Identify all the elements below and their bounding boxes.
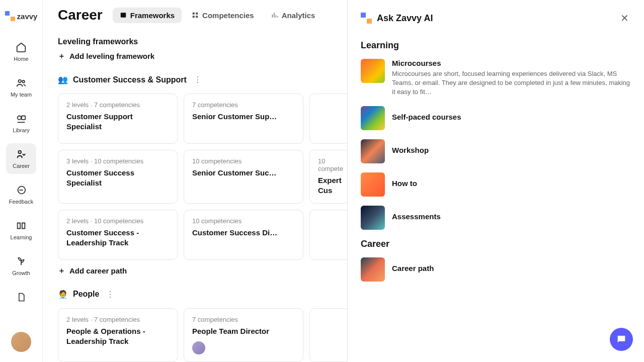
svg-rect-6 xyxy=(193,13,195,15)
svg-rect-7 xyxy=(196,13,198,15)
nav-myteam[interactable]: My team xyxy=(6,72,36,103)
tab-competencies[interactable]: Competencies xyxy=(185,8,261,23)
card-title: Senior Customer Sup… xyxy=(192,112,295,122)
path-card[interactable] xyxy=(309,94,350,144)
ai-suggestion-item[interactable]: How to xyxy=(361,172,631,197)
team-icon xyxy=(15,77,27,89)
tab-label: Frameworks xyxy=(130,11,175,20)
card-title: People & Operations - Leadership Track xyxy=(66,326,169,347)
ai-panel: Ask Zavvy AI ✕ Learning Microcourses Mic… xyxy=(347,0,644,362)
tab-analytics[interactable]: Analytics xyxy=(264,8,323,23)
ai-item-title: Career path xyxy=(392,264,631,273)
card-title: Expert Cus xyxy=(318,175,341,196)
path-card[interactable]: 3 levels · 10 competenciesCustomer Succe… xyxy=(58,150,178,204)
ai-suggestion-item[interactable]: Self-paced courses xyxy=(361,106,631,130)
ai-item-thumbnail xyxy=(361,106,385,130)
path-card[interactable]: 2 levels · 7 competenciesCustomer Suppor… xyxy=(58,94,178,144)
svg-rect-5 xyxy=(120,13,126,17)
tab-label: Analytics xyxy=(282,11,315,20)
nav-label: Career xyxy=(13,163,30,169)
ai-suggestion-item[interactable]: Career path xyxy=(361,257,631,282)
svg-rect-8 xyxy=(193,16,195,18)
ai-suggestion-item[interactable]: Assessments xyxy=(361,206,631,230)
card-title: People Team Director xyxy=(192,326,295,336)
library-icon xyxy=(15,113,27,125)
ai-item-body: How to xyxy=(392,172,631,197)
ai-suggestion-item[interactable]: Workshop xyxy=(361,139,631,163)
nav-label: Library xyxy=(13,127,30,133)
tabs: Frameworks Competencies Analytics xyxy=(113,8,323,23)
nav-career[interactable]: Career xyxy=(6,143,36,174)
card-meta: 2 levels · 7 competencies xyxy=(66,316,169,323)
path-card[interactable]: 7 competenciesSenior Customer Sup… xyxy=(184,94,303,144)
path-card[interactable] xyxy=(309,308,350,362)
ai-item-title: Workshop xyxy=(392,146,631,154)
tab-frameworks[interactable]: Frameworks xyxy=(113,8,182,23)
ai-item-thumbnail xyxy=(361,172,385,197)
svg-rect-3 xyxy=(22,116,25,120)
card-meta: 10 competencies xyxy=(192,217,295,225)
ai-header: Ask Zavvy AI ✕ xyxy=(361,10,631,26)
nav-library[interactable]: Library xyxy=(6,108,36,138)
nav-feedback[interactable]: Feedback xyxy=(6,179,36,210)
path-card[interactable] xyxy=(309,210,350,260)
more-icon[interactable]: ⋮ xyxy=(192,73,204,86)
svg-point-1 xyxy=(22,80,25,83)
ai-item-thumbnail xyxy=(361,257,385,282)
nav-label: Home xyxy=(14,56,28,62)
svg-rect-9 xyxy=(196,16,198,18)
ai-title: Ask Zavvy AI xyxy=(377,13,613,24)
ai-item-desc: Microcourses are short, focused learning… xyxy=(392,69,631,97)
path-card[interactable]: 7 competenciesPeople Team Director xyxy=(184,308,303,362)
user-avatar[interactable] xyxy=(11,332,31,352)
card-meta: 10 compete xyxy=(318,157,341,172)
plus-icon: ＋ xyxy=(58,266,65,276)
nav-label: My team xyxy=(11,92,32,98)
path-card[interactable]: 10 competenciesCustomer Success Di… xyxy=(184,210,303,260)
path-card[interactable]: 2 levels · 7 competenciesPeople & Operat… xyxy=(58,308,178,362)
document-icon xyxy=(15,291,27,303)
path-card[interactable]: 2 levels · 10 competenciesCustomer Succe… xyxy=(58,210,178,260)
group-emoji-icon: 🧑‍💼 xyxy=(58,290,68,299)
ai-suggestion-item[interactable]: Microcourses Microcourses are short, foc… xyxy=(361,59,631,97)
group-emoji-icon: 👥 xyxy=(58,75,68,84)
ai-item-body: Career path xyxy=(392,257,631,282)
plus-icon: ＋ xyxy=(58,51,65,61)
nav-learning[interactable]: Learning xyxy=(6,215,36,245)
logo-mark-icon xyxy=(5,11,15,21)
ai-item-body: Assessments xyxy=(392,206,631,230)
learning-icon xyxy=(15,220,27,232)
svg-point-0 xyxy=(19,80,22,83)
home-icon xyxy=(15,41,27,53)
add-framework-label: Add leveling framework xyxy=(69,52,154,60)
nav-more[interactable] xyxy=(6,286,36,308)
ai-item-body: Microcourses Microcourses are short, foc… xyxy=(392,59,631,97)
svg-point-2 xyxy=(18,116,21,120)
career-icon xyxy=(15,148,27,160)
card-title: Customer Success Specialist xyxy=(66,168,169,189)
ai-item-body: Self-paced courses xyxy=(392,106,631,130)
ai-item-thumbnail xyxy=(361,206,385,230)
nav-home[interactable]: Home xyxy=(6,36,36,67)
ai-item-thumbnail xyxy=(361,59,385,83)
ai-item-body: Workshop xyxy=(392,139,631,163)
svg-point-4 xyxy=(19,151,22,154)
ai-logo-icon xyxy=(361,13,372,24)
path-card[interactable]: 10 competenciesSenior Customer Suc… xyxy=(184,150,303,204)
card-title: Customer Success - Leadership Track xyxy=(66,228,169,248)
nav-label: Learning xyxy=(11,234,32,240)
card-meta: 10 competencies xyxy=(192,157,295,165)
brand-logo[interactable]: zavvy xyxy=(5,11,38,21)
analytics-icon xyxy=(271,12,278,19)
ai-section-title: Career xyxy=(361,239,631,249)
group-title: People xyxy=(73,290,99,299)
ai-item-title: Assessments xyxy=(392,212,631,221)
nav-growth[interactable]: Growth xyxy=(6,250,36,281)
more-icon[interactable]: ⋮ xyxy=(104,288,116,301)
page-title: Career xyxy=(58,7,103,23)
card-title: Senior Customer Suc… xyxy=(192,168,295,178)
path-card[interactable]: 10 competeExpert Cus xyxy=(309,150,350,204)
chat-widget-button[interactable] xyxy=(610,328,633,351)
card-avatar xyxy=(192,341,205,354)
close-button[interactable]: ✕ xyxy=(618,10,631,26)
